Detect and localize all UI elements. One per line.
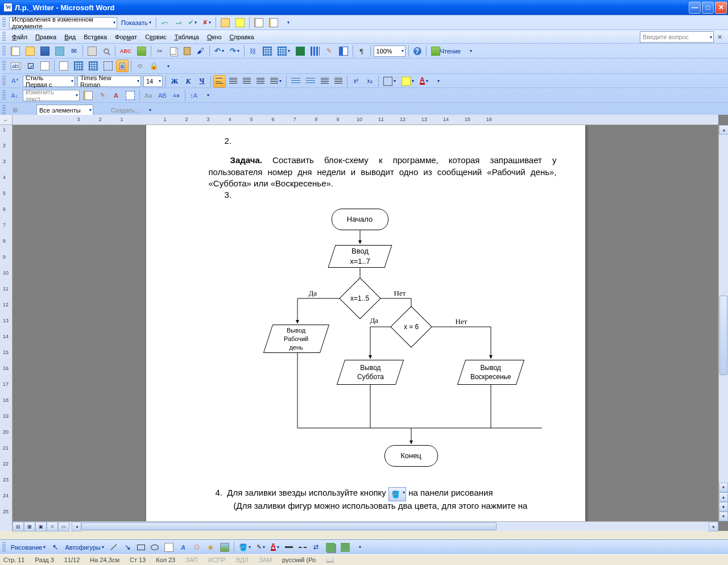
help-search-combo[interactable]: Введите вопрос — [640, 31, 714, 43]
text-form-button[interactable]: ab| — [9, 60, 23, 72]
align-left-button[interactable] — [213, 75, 226, 88]
menu-help[interactable]: Справка — [226, 32, 258, 42]
font-color-button[interactable]: A — [417, 75, 431, 88]
checkbox-form-button[interactable]: ✓ — [24, 60, 37, 72]
form-props-button[interactable] — [57, 60, 71, 72]
highlight-color-button[interactable] — [399, 75, 416, 88]
all-caps-button[interactable]: AB — [156, 89, 169, 102]
menu-tools[interactable]: Сервис — [141, 32, 171, 42]
bulleted-list-button[interactable] — [304, 75, 317, 88]
style-a-button[interactable]: A — [110, 89, 122, 102]
line-style-button[interactable] — [283, 541, 295, 554]
grip-icon[interactable] — [2, 90, 6, 101]
next-page-button[interactable]: ▾ — [719, 512, 728, 521]
maximize-button[interactable]: □ — [702, 2, 714, 14]
numbered-list-button[interactable] — [289, 75, 303, 88]
ruler-horizontal[interactable]: 32112345678910111213141516 — [13, 115, 718, 125]
status-zap[interactable]: ЗАП — [185, 556, 198, 563]
doc-map-button[interactable] — [337, 45, 350, 57]
styles-pane-button[interactable]: A⁴ — [9, 75, 21, 88]
menu-table[interactable]: Таблица — [171, 32, 203, 42]
font-combo[interactable]: Times New Roman — [77, 76, 141, 87]
grip-icon[interactable] — [2, 18, 6, 28]
char-case-button[interactable]: Aa — [142, 89, 155, 102]
open-button[interactable] — [23, 45, 37, 57]
menu-insert[interactable]: Вставка — [80, 32, 111, 42]
show-level-combo[interactable]: Все элементы — [36, 105, 93, 116]
reject-change-button[interactable]: ✘ — [200, 16, 213, 29]
research-button[interactable] — [135, 45, 148, 57]
new-doc-button[interactable] — [9, 45, 22, 57]
align-center-button[interactable] — [227, 75, 239, 88]
dash-style-button[interactable] — [296, 541, 309, 554]
prev-page-button[interactable]: ▴ — [719, 492, 728, 502]
accept-change-button[interactable]: ✔ — [186, 16, 199, 29]
columns-button[interactable] — [308, 45, 322, 57]
styles-options-button[interactable] — [201, 89, 214, 102]
rectangle-button[interactable] — [135, 541, 147, 554]
dropdown-form-button[interactable] — [38, 60, 52, 72]
scroll-left-button[interactable]: ◂ — [72, 522, 81, 531]
apply-style-button[interactable] — [81, 89, 95, 102]
menu-file[interactable]: Файл — [8, 32, 31, 42]
draw-table-button[interactable] — [72, 60, 85, 72]
3d-button[interactable] — [338, 541, 352, 554]
menu-window[interactable]: Окно — [203, 32, 226, 42]
align-right-button[interactable] — [241, 75, 253, 88]
insert-frame-button[interactable] — [101, 60, 115, 72]
prev-change-button[interactable]: ⤺ — [159, 16, 171, 29]
line-color-button[interactable]: ✎ — [254, 541, 267, 554]
line-button[interactable] — [107, 541, 120, 554]
subscript-button[interactable]: x₂ — [363, 75, 376, 88]
format-painter-button[interactable]: 🖌 — [195, 45, 207, 57]
underline-button[interactable]: Ч — [196, 75, 208, 88]
insert-excel-button[interactable] — [293, 45, 307, 57]
scroll-down-button[interactable]: ▾ — [719, 483, 728, 492]
oval-button[interactable] — [148, 541, 161, 554]
autoshapes-button[interactable]: Автофигуры — [63, 541, 106, 554]
ruler-vertical[interactable]: 1234567891011121314151617181920212223242… — [0, 125, 13, 531]
view-web-button[interactable]: ▦ — [24, 522, 35, 531]
ruler-corner-button[interactable]: ⌐ — [0, 115, 13, 125]
close-button[interactable]: ✕ — [715, 2, 727, 14]
email-button[interactable]: ✉ — [68, 45, 80, 57]
permission-button[interactable] — [53, 45, 67, 57]
style-gallery-button[interactable] — [123, 89, 137, 102]
grip-icon[interactable] — [2, 76, 6, 86]
italic-button[interactable]: К — [182, 75, 195, 88]
diagram-button[interactable]: ⬡ — [191, 541, 203, 554]
scroll-up-button[interactable]: ▴ — [719, 125, 728, 135]
paste-button[interactable] — [181, 45, 193, 57]
protect-form-button[interactable]: 🔒 — [147, 60, 160, 72]
status-lang[interactable]: русский (Ро — [282, 556, 316, 563]
insert-comment-button[interactable] — [218, 16, 232, 29]
forms-options-button[interactable] — [162, 60, 174, 72]
scrollbar-vertical[interactable]: ▴ ▾ ▴ ● ▾ — [718, 125, 728, 521]
show-marks-button[interactable]: ¶ — [355, 45, 368, 57]
scrollbar-horizontal[interactable]: ▤ ▦ ▣ ≡ ▭ ◂ ▸ — [13, 521, 718, 531]
status-spell-icon[interactable]: 📖 — [326, 556, 334, 564]
fontsize-combo[interactable]: 14 — [143, 76, 163, 87]
fill-color-button[interactable]: 🪣 — [237, 541, 253, 554]
view-outline-button[interactable]: ≡ — [47, 522, 58, 531]
browse-object-button[interactable]: ● — [719, 502, 728, 512]
view-normal-button[interactable]: ▤ — [13, 522, 24, 531]
redo-button[interactable]: ↷ — [228, 45, 242, 57]
form-shading-button[interactable]: a — [116, 60, 129, 72]
print-preview-button[interactable] — [100, 45, 113, 57]
close-doc-button[interactable]: ✕ — [715, 34, 725, 41]
wordart-button[interactable]: A — [177, 541, 189, 554]
tables-borders-button[interactable] — [260, 45, 274, 57]
menu-edit[interactable]: Правка — [31, 32, 60, 42]
superscript-button[interactable]: x² — [350, 75, 362, 88]
show-markup-button[interactable]: Показать — [119, 16, 154, 29]
grip-icon[interactable] — [2, 61, 6, 71]
hyperlink-button[interactable]: ⛓ — [247, 45, 259, 57]
drawing-button[interactable]: ✎ — [323, 45, 336, 57]
clipart-button[interactable]: ★ — [204, 541, 217, 554]
font-color2-button[interactable]: A — [268, 541, 282, 554]
view-reading-button[interactable]: ▭ — [58, 522, 69, 531]
next-change-button[interactable]: ⤻ — [172, 16, 185, 29]
small-caps-button[interactable]: ᴀʙ — [170, 89, 183, 102]
reset-form-button[interactable]: ⟲ — [134, 60, 146, 72]
